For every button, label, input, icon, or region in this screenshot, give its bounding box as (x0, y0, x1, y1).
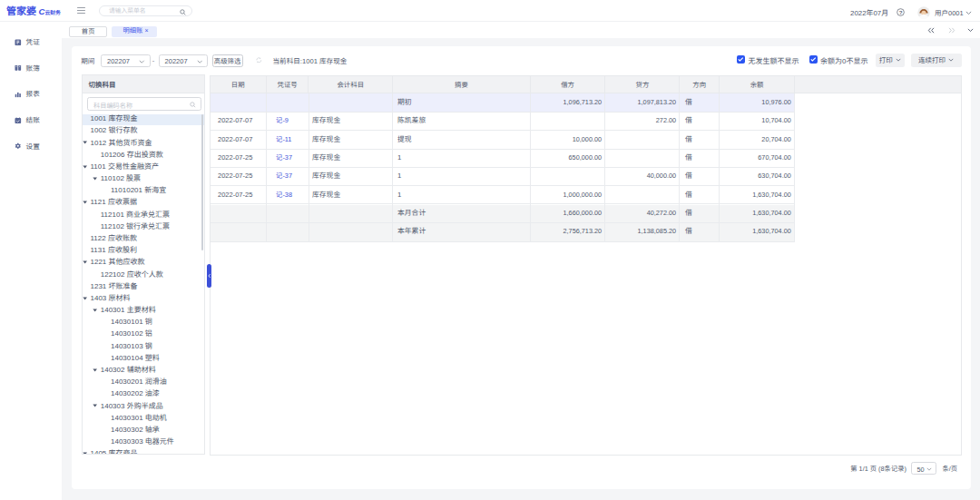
svg-text:?: ? (898, 9, 902, 15)
